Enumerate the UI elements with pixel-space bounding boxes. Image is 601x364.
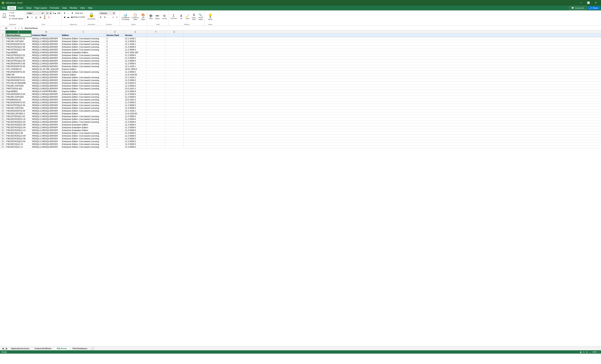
cell[interactable]: Enterprise Edition: Core-based Licensing [61, 132, 106, 134]
cell[interactable]: Enterprise Edition: Core-based Licensing [61, 65, 106, 68]
cell[interactable] [147, 85, 165, 87]
table-row[interactable]: 40FW12DCSQ12-13MSSQL11.MSSQLSERVEREnterp… [0, 143, 601, 146]
cell[interactable] [165, 146, 184, 148]
cell[interactable]: FW12R2DSSP16-03 [6, 37, 31, 40]
format-painter-button[interactable]: 🖌 Format Painter [8, 17, 24, 20]
cell[interactable]: 0 [106, 112, 124, 115]
cell[interactable]: Enterprise Edition: Core-based Licensing [61, 82, 106, 84]
cell[interactable]: 1 [106, 76, 124, 79]
cell[interactable]: 11.0.2100.60 [124, 73, 147, 76]
cell[interactable]: Enterprise Edition: Core-based Licensing [61, 115, 106, 118]
ideas-button[interactable]: 💡 Ideas [207, 11, 214, 22]
align-left-button[interactable]: ◀ [62, 15, 66, 19]
cell[interactable]: Enterprise Edition: Core-based Licensing [61, 140, 106, 143]
cell[interactable]: MSSQL11.MSSQLSERVER [31, 85, 61, 87]
cell[interactable]: Enterprise Edition: Core-based Licensing [61, 93, 106, 96]
cell[interactable]: Enterprise Evaluation Edition [61, 51, 106, 54]
cell[interactable]: MSSQL11.MSSQLSERVER [31, 146, 61, 148]
border-button[interactable]: ⊞ [39, 15, 42, 19]
cell[interactable]: Enterprise Edition: Core-based Licensing [61, 85, 106, 87]
cell[interactable]: FW12DCR2SQ12-06 [6, 137, 31, 140]
cell[interactable] [165, 104, 184, 106]
align-middle-button[interactable]: ↔ [66, 11, 70, 15]
cell[interactable]: 0 [106, 51, 124, 54]
cell[interactable]: MSSQL11.MSSQLSERVER [31, 48, 61, 51]
cell[interactable]: Enterprise Evaluation Edition [61, 123, 106, 126]
find-select-button[interactable]: 🔍 Find &Select [197, 11, 204, 22]
cell[interactable]: 11.2.5058.0 [124, 96, 147, 98]
menu-draw[interactable]: Draw [25, 6, 33, 10]
cell[interactable]: MSSQL11.MSSQLSERVER [31, 115, 61, 118]
cell[interactable]: 11.2.5058.0 [124, 71, 147, 73]
cell[interactable] [147, 101, 165, 104]
cell[interactable]: Enterprise Edition: Core-based Licensing [61, 107, 106, 109]
table-row[interactable]: 35FW12DCR2SQ12-13MSSQL11.MSSQLSERVEREnte… [0, 129, 601, 132]
cell[interactable]: FW12R2DSSP13-02 [6, 71, 31, 73]
sheet-nav-left[interactable]: ◀ [1, 347, 5, 350]
table-row[interactable]: 24FPLWIN2016-01MSSQL13.MSSQLSERVEREnterp… [0, 98, 601, 101]
cell[interactable]: Enterprise Edition: Core-based Licensing [61, 101, 106, 104]
cell[interactable]: 2 [106, 96, 124, 98]
currency-button[interactable]: $ [99, 15, 103, 19]
cell[interactable]: MSSQL11.MSSQLSERVER [31, 59, 61, 62]
col-header-e[interactable]: E [124, 30, 147, 33]
menu-data[interactable]: Data [61, 6, 68, 10]
cell[interactable]: 12.3.6024.0 [124, 82, 147, 84]
cell[interactable]: FW12R2DSSP13-03 [6, 101, 31, 104]
table-row[interactable]: 6FW12STR2SQ12-06MSSQL11.MSSQLSERVEREnter… [0, 48, 601, 51]
menu-file[interactable]: File [1, 6, 7, 10]
align-top-button[interactable]: ⬆ [62, 11, 66, 15]
cell[interactable] [147, 54, 165, 57]
cell[interactable] [165, 90, 184, 93]
cell[interactable] [147, 129, 165, 132]
cell[interactable]: Enterprise Edition: Core-based Licensing [61, 54, 106, 57]
cell[interactable]: 11.2.5058.0 [124, 93, 147, 96]
sort-filter-button[interactable]: ⇅ Sort &Filter [191, 11, 197, 22]
cell[interactable]: Enterprise Edition: Core-based Licensing [61, 104, 106, 106]
cell[interactable] [147, 76, 165, 79]
underline-button[interactable]: U [34, 15, 38, 19]
cell[interactable] [147, 43, 165, 45]
cell[interactable] [165, 59, 184, 62]
cell[interactable]: 1 [106, 109, 124, 112]
cell[interactable]: FPLV2A-SCOM16DB [6, 82, 31, 84]
cell[interactable]: MSSQL13.MSSQLSERVER [31, 87, 61, 90]
cell[interactable]: Enterprise Edition: Core-based Licensing [61, 57, 106, 59]
cell[interactable]: 11.2.5058.0 [124, 85, 147, 87]
cell[interactable]: 12.1.4100.1 [124, 37, 147, 40]
cell[interactable]: FW12R2DSSP13-04 [6, 93, 31, 96]
cell[interactable]: 12.1.4100.1 [124, 76, 147, 79]
cell[interactable]: FW12R2DSSP16-05 [6, 65, 31, 68]
table-row[interactable]: 16FW12R2DSSP16-01MSSQL11.MSSQLSERVEREnte… [0, 76, 601, 79]
cell[interactable]: 0 [106, 98, 124, 101]
cell[interactable]: FW12STR2SQ12-04 [6, 59, 31, 62]
cell[interactable] [165, 107, 184, 109]
cell[interactable] [147, 104, 165, 106]
cell[interactable]: 2 [106, 134, 124, 137]
cell[interactable]: Express Edition [61, 73, 106, 76]
col-header-c[interactable]: C [61, 30, 106, 33]
cell[interactable]: FW12R2-SSP1603 [6, 96, 31, 98]
cell[interactable] [147, 87, 165, 90]
cell[interactable] [147, 115, 165, 118]
cell[interactable]: 12.1.4100.1 [124, 43, 147, 45]
cell[interactable]: 2 [106, 46, 124, 48]
cell[interactable]: FW12DCR2SQ12-03 [6, 121, 31, 123]
number-format-select[interactable]: General [99, 11, 116, 15]
cell[interactable]: 10.51.2500.0 [124, 68, 147, 70]
table-row[interactable]: 2FW12R2DSSP16-03MSSQL12.MSSQLSERVEREnter… [0, 37, 601, 40]
add-sheet-button[interactable]: + [91, 347, 94, 350]
cell[interactable]: FW12R2-SSP1601 [6, 85, 31, 87]
cell[interactable]: 11.2.5058.0 [124, 59, 147, 62]
table-row[interactable]: 11FW12R2DSSP13-05MSSQL11.MSSQLSERVEREnte… [0, 62, 601, 65]
font-color-button[interactable]: A [47, 15, 51, 19]
cell[interactable]: Enterprise Edition: Core-based Licensing [61, 96, 106, 98]
cell[interactable] [165, 62, 184, 65]
bold-button[interactable]: B [26, 15, 30, 19]
cell[interactable]: 2 [106, 143, 124, 145]
cell[interactable] [165, 93, 184, 96]
cell[interactable]: FW12R2-SSP1301 [6, 107, 31, 109]
cell[interactable]: Enterprise Edition: Core-based Licensing [61, 143, 106, 145]
cell[interactable]: FW12DCSQ12-13 [6, 143, 31, 145]
table-row[interactable]: 33FW12DCR2SQ12-08MSSQL11.MSSQLSERVEREnte… [0, 123, 601, 126]
